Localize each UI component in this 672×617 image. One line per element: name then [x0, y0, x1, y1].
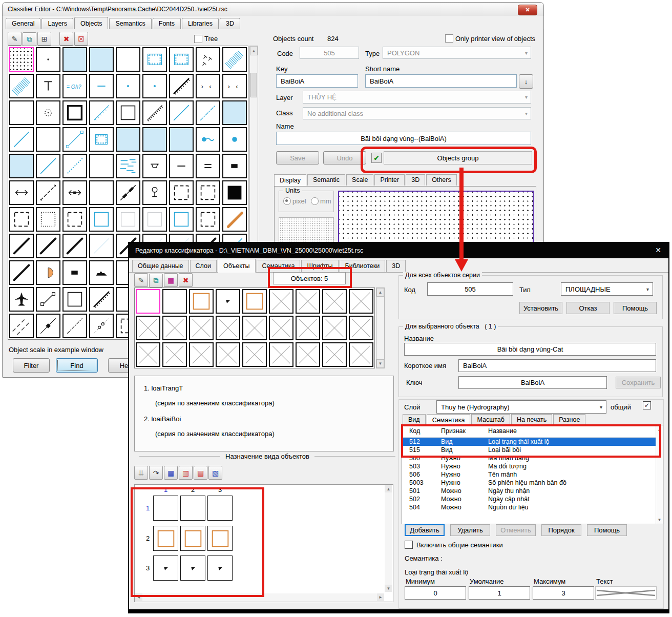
objects-pair-icon[interactable]: ⧉ [23, 32, 36, 46]
symbol-cell-halfmoon[interactable] [36, 260, 60, 285]
matrix-hscrollbar[interactable]: ◄ ► [135, 593, 384, 601]
win1-close-button[interactable]: ✕ [518, 5, 537, 15]
save-button[interactable]: Save [276, 151, 319, 164]
symbol-cell-bluedot[interactable] [142, 74, 167, 98]
rotate-series-icon[interactable]: ↷ [149, 466, 163, 480]
tab-шрифты[interactable]: Шрифты [301, 260, 338, 272]
objects-group-checkbox[interactable]: ✔ [371, 153, 382, 163]
symbol-cell-fill[interactable] [142, 127, 167, 152]
scroll-right-icon[interactable]: ► [377, 593, 384, 601]
symbol-cell-dots-sel[interactable] [9, 47, 34, 72]
tab-semantics[interactable]: Semantics [109, 18, 151, 29]
symbol-cell-xcell[interactable] [242, 342, 267, 367]
tab-разное[interactable]: Разное [553, 414, 585, 425]
matrix-row-icon[interactable]: ▤ [194, 466, 207, 480]
tab-layers[interactable]: Layers [41, 18, 73, 29]
symbol-cell-faintsq[interactable] [116, 207, 140, 232]
class-dropdown[interactable]: No additional class ▾ [303, 107, 531, 119]
tab-semantic[interactable]: Semantic [307, 174, 345, 186]
symbol-cell-empty[interactable] [116, 47, 140, 72]
symbol-cell-empty[interactable] [89, 154, 114, 178]
matrix-cell-orangesq[interactable] [207, 526, 233, 551]
table-row[interactable]: 515ВидLoại bãi bồi [402, 446, 663, 454]
tab-3d[interactable]: 3D [220, 18, 240, 29]
table-row[interactable]: 506НужноTên mảnh [402, 470, 663, 479]
tab-слои[interactable]: Слои [190, 260, 217, 272]
tab-general[interactable]: General [6, 18, 40, 29]
win2-grid-scrollbar[interactable]: ▲ ▼ [376, 287, 385, 368]
scroll-down-icon[interactable]: ▼ [385, 585, 392, 592]
code-field[interactable]: 505 [300, 47, 359, 59]
set-button[interactable]: Установить [519, 302, 562, 314]
symbol-cell-bluediag[interactable] [9, 127, 34, 152]
delete-all-icon[interactable]: ☒ [74, 32, 88, 46]
table-button-помощь[interactable]: Помощь [587, 524, 627, 536]
matrix-cell-empty[interactable] [153, 496, 178, 521]
symbol-cell-bluediag[interactable] [36, 154, 60, 178]
symbol-cell-square[interactable] [62, 287, 87, 312]
symbol-cell-xcell[interactable] [269, 289, 293, 314]
symbol-cell-dashsq[interactable] [196, 207, 220, 232]
table-row[interactable]: 502МожноNgày cập nhật [402, 495, 663, 503]
symbol-cell-bluetickdiag[interactable] [89, 100, 114, 125]
symbol-cell-combrect[interactable] [142, 47, 167, 72]
tab-вид[interactable]: Вид [403, 414, 426, 425]
table-row[interactable]: 512ВидLoại trạng thái xuất lộ [402, 438, 663, 446]
symbol-cell-xcell[interactable] [189, 342, 214, 367]
column-header[interactable]: Название [488, 425, 663, 437]
symbol-cell-bluedashdot[interactable] [196, 100, 220, 125]
symbol-cell-marsh[interactable] [116, 154, 140, 178]
scroll-left-icon[interactable]: ◄ [135, 593, 142, 601]
symbol-cell-glass[interactable] [142, 180, 167, 205]
symbol-cell-equals[interactable] [196, 154, 220, 178]
matrix-cell-orangesq[interactable] [180, 526, 205, 551]
edit-pencil-icon[interactable]: ✎ [134, 273, 148, 287]
table-button-добавить[interactable]: Добавить [405, 524, 445, 536]
key-field-ru[interactable]: BaiBoiA [458, 376, 607, 389]
tab-общие-данные[interactable]: Общие данные [132, 260, 189, 272]
symbol-cell-plane[interactable] [9, 287, 34, 312]
key-field[interactable]: BaiBoiA [276, 74, 358, 88]
symbol-cell-sun[interactable] [36, 100, 60, 125]
scroll-up-icon[interactable]: ▲ [376, 288, 384, 297]
delete-object-icon[interactable]: ✖ [179, 273, 193, 287]
symbol-cell-dashsq[interactable] [62, 207, 87, 232]
symbol-cell-tmarks[interactable] [196, 47, 220, 72]
symbol-cell-bluesq[interactable] [169, 207, 194, 232]
edit-pencil-icon[interactable]: ✎ [8, 32, 22, 46]
win2-close-button[interactable]: ✕ [655, 246, 661, 254]
symbol-cell-sqdiag[interactable] [36, 287, 60, 312]
symbol-cell-dashdotdiag[interactable] [62, 314, 87, 338]
symbol-cell-bluesq[interactable] [89, 207, 114, 232]
copy-grid-icon[interactable]: ⊞ [37, 32, 51, 46]
max-field[interactable]: 3 [533, 586, 594, 600]
matrix-cell-tinytri[interactable] [180, 556, 205, 581]
symbol-cell-faintsq[interactable] [142, 207, 167, 232]
table-button-удалить[interactable]: Удалить [450, 524, 490, 536]
symbol-cell-dashsq[interactable] [9, 207, 34, 232]
short-name-down-button[interactable]: ↓ [519, 74, 533, 89]
order-down-icon[interactable]: ⇊ [134, 466, 148, 480]
tab-семантика[interactable]: Семантика [257, 260, 301, 272]
filter-button[interactable]: Filter [13, 358, 50, 373]
symbol-cell-dot[interactable] [36, 47, 60, 72]
symbol-cell-hatchdiag[interactable] [222, 47, 247, 72]
tab-библиотеки[interactable]: Библиотеки [340, 260, 386, 272]
scroll-down-icon[interactable]: ▼ [656, 517, 663, 523]
tab-printer[interactable]: Printer [374, 174, 405, 186]
symbol-cell-bluedash[interactable] [89, 74, 114, 98]
symbol-cell-orangesq[interactable] [189, 289, 214, 314]
table-button-отменить[interactable]: Отменить [496, 524, 536, 536]
series-type-dropdown[interactable]: ПЛОЩАДНЫЕ ▾ [561, 282, 653, 296]
scroll-up-icon[interactable]: ▲ [385, 485, 392, 492]
matrix-cell-tinytri[interactable] [207, 556, 233, 581]
symbol-cell-fill[interactable] [89, 47, 114, 72]
symbol-cell-xcell[interactable] [296, 342, 320, 367]
symbol-cell-xcell[interactable] [136, 316, 160, 340]
symbol-cell-xcell[interactable] [162, 342, 187, 367]
delete-object-icon[interactable]: ✖ [59, 32, 73, 46]
objects-pair-icon[interactable]: ⧉ [149, 274, 163, 287]
symbol-cell-faintdiag[interactable] [89, 234, 114, 258]
ru-name-field[interactable]: Bãi bồi dạng vùng-Cat [404, 343, 656, 356]
symbol-cell-xcell[interactable] [269, 342, 293, 367]
